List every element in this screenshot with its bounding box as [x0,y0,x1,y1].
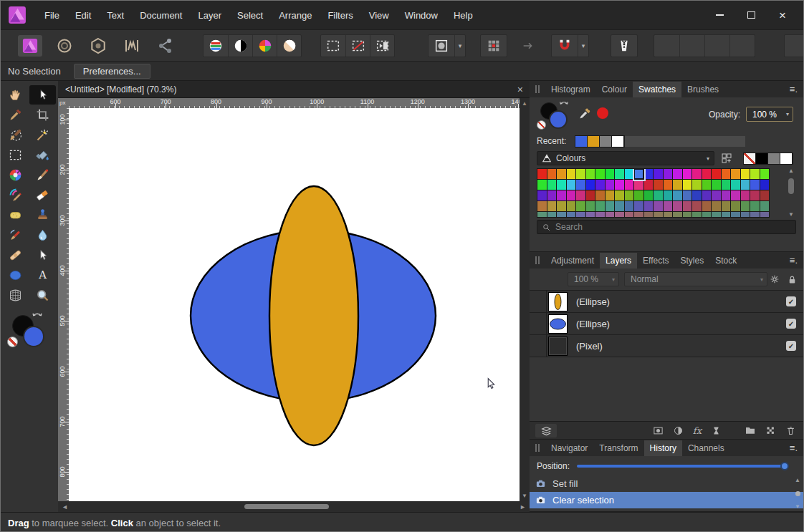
text-tool[interactable]: A [29,266,56,285]
palette-swatch[interactable] [537,212,547,218]
palette-swatch[interactable] [547,169,557,180]
layer-row[interactable]: (Ellipse)✓ [530,291,803,313]
layer-row[interactable]: (Ellipse)✓ [530,313,803,335]
develop-persona-button[interactable] [86,35,110,57]
palette-swatch[interactable] [586,190,596,201]
auto-colours-button[interactable] [252,35,277,57]
palette-swatch[interactable] [625,201,635,212]
canvas[interactable] [69,108,520,501]
palette-swatch[interactable] [673,201,683,212]
tab-colour[interactable]: Colour [596,82,633,97]
palette-swatch[interactable] [644,201,654,212]
palette-swatch[interactable] [547,201,557,212]
history-item[interactable]: Clear selection [530,492,803,508]
palette-swatch[interactable] [567,190,577,201]
palette-swatch[interactable] [664,201,674,212]
caret-down-button[interactable]: ▾ [578,35,588,57]
panel-menu-icon[interactable]: ≡. [790,442,798,453]
palette-swatch[interactable] [692,180,702,190]
palette-swatch[interactable] [702,180,712,190]
palette-swatch[interactable] [692,190,702,201]
palette-swatch[interactable] [537,201,547,212]
palette-swatch[interactable] [595,212,606,218]
palette-swatch[interactable] [722,201,732,212]
preferences-button[interactable]: Preferences... [74,64,150,79]
palette-swatch[interactable] [634,169,644,180]
invert-selection-button[interactable] [370,35,394,57]
position-slider-thumb[interactable] [780,462,789,470]
clone-stamp-tool[interactable] [29,205,56,225]
panel-drag-handle[interactable] [535,256,540,264]
palette-swatch[interactable] [625,190,635,201]
palette-swatch[interactable] [760,190,770,201]
menu-arrange[interactable]: Arrange [271,7,320,24]
fx-icon[interactable]: fx [693,425,702,436]
mask-icon[interactable] [653,425,664,436]
scroll-up-arrow[interactable]: ▲ [520,98,530,108]
palette-swatch[interactable] [557,190,567,201]
menu-layer[interactable]: Layer [190,7,229,24]
palette-swatch[interactable] [731,212,741,218]
add-palette-icon[interactable] [720,152,733,165]
panel-menu-icon[interactable]: ≡. [790,255,798,266]
palette-swatch[interactable] [664,212,674,218]
palette-swatch[interactable] [644,169,654,180]
palette-swatch[interactable] [634,190,644,201]
palette-swatch[interactable] [625,169,635,180]
menu-document[interactable]: Document [132,7,190,24]
palette-swatch[interactable] [654,201,664,212]
palette-swatch[interactable] [683,169,693,180]
zoom-tool[interactable] [29,286,56,305]
palette-swatch[interactable] [567,169,577,180]
no-colour-swatch[interactable] [744,153,756,164]
palette-swatch[interactable] [702,190,712,201]
palette-swatch[interactable] [712,212,722,218]
scroll-right-arrow[interactable]: ► [520,501,526,512]
position-slider[interactable] [577,465,788,468]
paint-brush-tool[interactable] [29,165,56,185]
recent-swatch[interactable] [575,136,588,147]
palette-swatch[interactable] [595,190,606,201]
lock-icon[interactable] [787,274,798,285]
disabled-group-button-3[interactable] [704,35,729,57]
layer-visibility-checkbox[interactable]: ✓ [786,296,796,306]
palette-swatch[interactable] [547,180,557,190]
export-persona-button[interactable] [153,35,178,57]
palette-swatch[interactable] [692,212,702,218]
fill-colour-well[interactable] [23,326,44,347]
palette-swatch[interactable] [702,169,712,180]
palette-swatch[interactable] [586,201,596,212]
palette-swatch[interactable] [634,201,644,212]
tab-styles[interactable]: Styles [675,253,710,269]
crop-tool[interactable] [29,105,56,125]
move-tool[interactable] [29,85,56,105]
menu-view[interactable]: View [361,7,397,24]
blend-mode-select[interactable]: Normal ▾ [624,272,767,286]
scroll-up-arrow[interactable]: ▲ [795,477,800,483]
palette-swatch[interactable] [673,169,683,180]
palette-swatch[interactable] [634,212,644,218]
panel-drag-handle[interactable] [535,85,540,93]
palette-swatch[interactable] [615,190,625,201]
palette-swatch[interactable] [586,169,596,180]
picked-colour-dot[interactable] [597,107,608,119]
palette-swatch[interactable] [750,212,760,218]
panel-drag-handle[interactable] [535,444,540,452]
tab-layers[interactable]: Layers [600,253,637,269]
layer-row[interactable]: (Pixel)✓ [530,335,803,357]
palette-swatch[interactable] [567,180,577,190]
layer-opacity-select[interactable]: 100 % ▾ [568,272,619,286]
palette-swatch[interactable] [654,212,664,218]
palette-swatch[interactable] [712,169,722,180]
tab-adjustment[interactable]: Adjustment [545,253,600,269]
palette-swatch[interactable] [654,180,664,190]
ellipse-tool[interactable] [2,266,29,285]
palette-swatch[interactable] [683,201,693,212]
palette-swatch[interactable] [654,169,664,180]
palette-swatch[interactable] [731,190,741,201]
palette-swatch[interactable] [741,169,751,180]
palette-swatch[interactable] [644,190,654,201]
flood-fill-tool[interactable] [29,145,56,165]
palette-swatch[interactable] [595,201,606,212]
palette-swatch[interactable] [576,190,586,201]
